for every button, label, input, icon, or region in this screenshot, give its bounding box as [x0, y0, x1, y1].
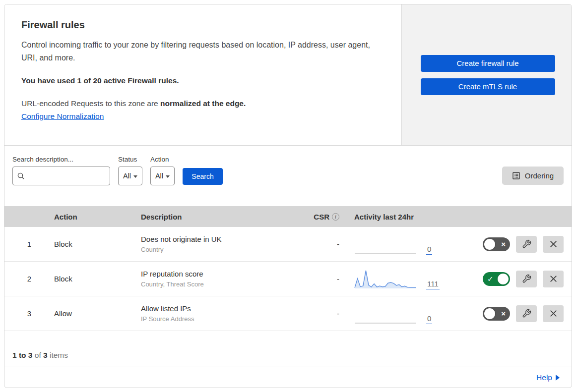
status-dropdown[interactable]: All — [118, 167, 142, 185]
create-mtls-rule-button[interactable]: Create mTLS rule — [421, 78, 555, 95]
rule-description: Allow listed IPs — [141, 304, 295, 313]
ordering-button-label: Ordering — [525, 171, 554, 180]
action-column-header: Action — [54, 213, 141, 221]
filter-bar: Search description... Status All Action … — [4, 146, 572, 206]
table-row: 1 Block Does not originate in UK Country… — [4, 227, 572, 262]
header-section: Firewall rules Control incoming traffic … — [4, 4, 572, 146]
rule-priority: 1 — [4, 240, 54, 248]
activity-count-link[interactable]: 111 — [426, 280, 440, 289]
header-text-block: Firewall rules Control incoming traffic … — [4, 4, 401, 145]
x-icon: × — [501, 240, 506, 248]
edit-rule-button[interactable] — [516, 305, 537, 322]
close-icon — [549, 309, 558, 318]
description-column-header: Description — [141, 213, 295, 221]
delete-rule-button[interactable] — [543, 236, 564, 253]
wrench-icon — [522, 309, 531, 318]
chevron-down-icon — [166, 175, 170, 178]
info-icon[interactable]: i — [332, 213, 339, 221]
pagination-summary: 1 to 3 of 3 items — [4, 331, 572, 367]
page-description: Control incoming traffic to your zone by… — [21, 39, 382, 64]
actions-panel: Create firewall rule Create mTLS rule — [401, 4, 572, 145]
rule-fields: Country — [141, 246, 295, 253]
help-link[interactable]: Help — [536, 373, 560, 382]
status-label: Status — [118, 156, 142, 163]
help-bar: Help — [4, 367, 572, 388]
create-firewall-rule-button[interactable]: Create firewall rule — [421, 55, 555, 72]
rule-action: Allow — [54, 309, 141, 318]
rule-description: Does not originate in UK — [141, 235, 295, 243]
activity-sparkline — [354, 303, 416, 325]
activity-column-header: Activity last 24hr — [354, 213, 473, 221]
table-row: 2 Block IP reputation score Country, Thr… — [4, 262, 572, 296]
delete-rule-button[interactable] — [543, 305, 564, 322]
edit-rule-button[interactable] — [516, 236, 537, 253]
rule-fields: Country, Threat Score — [141, 280, 295, 288]
wrench-icon — [522, 274, 531, 283]
action-dropdown-value: All — [155, 172, 163, 180]
x-icon: × — [501, 310, 506, 317]
search-icon — [17, 172, 25, 180]
arrow-right-icon — [556, 375, 560, 381]
rule-description: IP reputation score — [141, 270, 295, 278]
rule-action: Block — [54, 275, 141, 283]
rule-priority: 2 — [4, 275, 54, 283]
toggle-knob — [484, 239, 495, 250]
close-icon — [549, 275, 558, 283]
configure-normalization-link[interactable]: Configure Normalization — [21, 112, 104, 120]
search-input[interactable] — [28, 172, 102, 180]
csr-column-header: CSR — [314, 213, 329, 221]
rule-enable-toggle[interactable]: ✓ × — [483, 237, 510, 251]
activity-count-link[interactable]: 0 — [426, 315, 432, 324]
chevron-down-icon — [133, 175, 137, 178]
search-button[interactable]: Search — [183, 168, 223, 185]
delete-rule-button[interactable] — [543, 271, 564, 287]
usage-summary: You have used 1 of 20 active Firewall ru… — [21, 76, 382, 85]
status-dropdown-value: All — [123, 172, 131, 180]
normalization-bold-text: normalized at the edge. — [160, 99, 246, 108]
rule-csr-value: - — [295, 275, 339, 283]
search-box[interactable] — [12, 167, 110, 185]
search-label: Search description... — [12, 156, 110, 163]
normalization-text: URL-encoded Requests to this zone are — [21, 99, 160, 108]
action-dropdown[interactable]: All — [150, 167, 175, 185]
activity-sparkline — [354, 268, 416, 290]
ordering-button[interactable]: Ordering — [502, 167, 564, 185]
rule-fields: IP Source Address — [141, 315, 295, 323]
rule-csr-value: - — [295, 309, 339, 318]
help-link-label: Help — [536, 373, 552, 382]
rule-enable-toggle[interactable]: ✓ × — [483, 307, 510, 321]
page-title: Firewall rules — [21, 19, 382, 31]
items-range: 1 to 3 — [12, 351, 32, 359]
of-label: of — [32, 351, 43, 359]
firewall-rules-panel: Firewall rules Control incoming traffic … — [4, 4, 572, 388]
action-label: Action — [150, 156, 175, 163]
close-icon — [549, 240, 558, 248]
activity-count-link[interactable]: 0 — [426, 245, 432, 255]
ordering-list-icon — [512, 171, 520, 180]
rule-priority: 3 — [4, 309, 54, 318]
items-label: items — [48, 351, 68, 359]
rule-enable-toggle[interactable]: ✓ × — [483, 272, 510, 286]
rule-action: Block — [54, 240, 141, 248]
wrench-icon — [522, 239, 531, 249]
check-icon: ✓ — [487, 275, 494, 282]
rule-csr-value: - — [295, 240, 339, 248]
edit-rule-button[interactable] — [516, 271, 537, 287]
normalization-note: URL-encoded Requests to this zone are no… — [21, 99, 382, 108]
table-row: 3 Allow Allow listed IPs IP Source Addre… — [4, 296, 572, 331]
items-total: 3 — [43, 351, 48, 359]
toggle-knob — [498, 274, 509, 284]
toggle-knob — [484, 308, 495, 319]
table-header: Action Description CSR i Activity last 2… — [4, 206, 572, 227]
activity-sparkline — [354, 233, 416, 255]
